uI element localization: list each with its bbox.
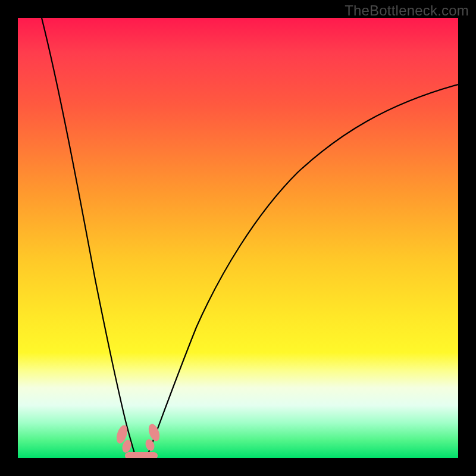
curves-layer bbox=[18, 18, 458, 458]
chart-frame: TheBottleneck.com bbox=[0, 0, 476, 476]
right-curve bbox=[148, 84, 458, 455]
ideal-band-ribbon bbox=[125, 452, 158, 458]
plot-area bbox=[18, 18, 458, 458]
watermark-text: TheBottleneck.com bbox=[345, 2, 469, 19]
left-curve bbox=[42, 18, 135, 455]
